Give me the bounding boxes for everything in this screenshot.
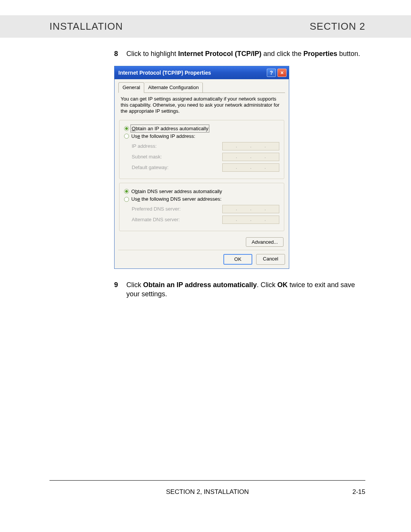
step-number: 8: [114, 49, 121, 58]
step-text: Click to highlight Internet Protocol (TC…: [126, 49, 365, 58]
tab-alternate-configuration[interactable]: Alternate Configuration: [144, 82, 203, 93]
radio-obtain-ip[interactable]: Obtain an IP address automatically: [124, 125, 279, 132]
text: the following IP address:: [140, 133, 195, 139]
header-right: SECTION 2: [310, 21, 365, 32]
alt-dns-row: Alternate DNS server: ...: [132, 216, 279, 224]
titlebar-buttons: ? ×: [267, 69, 287, 77]
subnet-input[interactable]: ...: [222, 153, 279, 161]
window-title: Internet Protocol (TCP/IP) Properties: [118, 69, 211, 77]
radio-obtain-dns[interactable]: Obtain DNS server address automatically: [124, 188, 279, 195]
ip-address-row: IP address: ...: [132, 142, 279, 150]
titlebar[interactable]: Internet Protocol (TCP/IP) Properties ? …: [115, 66, 289, 79]
radio-use-dns[interactable]: Use the following DNS server addresses:: [124, 196, 279, 203]
page-content: 8 Click to highlight Internet Protocol (…: [0, 38, 411, 299]
step-8: 8 Click to highlight Internet Protocol (…: [114, 49, 365, 58]
footer-text: SECTION 2, INSTALLATION: [166, 488, 249, 495]
tabs: General Alternate Configuration: [118, 82, 285, 93]
page-header: INSTALLATION SECTION 2: [0, 15, 411, 38]
radio-use-ip[interactable]: Use the following IP address:: [124, 133, 279, 140]
dialog-footer: OK Cancel: [118, 250, 285, 265]
radio-icon: [124, 126, 129, 131]
advanced-button[interactable]: Advanced...: [246, 237, 284, 247]
text: btain an IP address automatically: [135, 126, 208, 131]
step-number: 9: [114, 280, 121, 299]
ok-button[interactable]: OK: [223, 254, 252, 265]
dialog-body: General Alternate Configuration You can …: [115, 79, 289, 268]
radio-label: Obtain an IP address automatically: [131, 125, 209, 132]
dns-fieldset: Obtain DNS server address automatically …: [119, 183, 284, 231]
header-left: INSTALLATION: [49, 21, 123, 32]
radio-icon: [124, 134, 129, 139]
text: O: [132, 126, 135, 131]
dialog-intro-text: You can get IP settings assigned automat…: [121, 96, 283, 115]
footer-rule: [49, 480, 365, 481]
text-bold: OK: [277, 281, 288, 289]
text-bold: Internet Protocol (TCP/IP): [178, 50, 261, 58]
text: Click to highlight: [126, 50, 178, 58]
radio-icon: [124, 189, 129, 194]
radio-label: Use the following DNS server addresses:: [131, 196, 221, 203]
gateway-input[interactable]: ...: [222, 163, 279, 172]
field-label: Default gateway:: [132, 164, 169, 171]
text-bold: Properties: [303, 50, 337, 58]
pref-dns-row: Preferred DNS server: ...: [132, 205, 279, 213]
field-label: Subnet mask:: [132, 153, 162, 160]
field-label: Preferred DNS server:: [132, 206, 181, 212]
step-text: Click Obtain an IP address automatically…: [126, 280, 365, 299]
text: Us: [131, 196, 137, 202]
field-label: IP address:: [132, 143, 157, 150]
gateway-row: Default gateway: ...: [132, 163, 279, 172]
help-button[interactable]: ?: [267, 69, 276, 77]
text: button.: [337, 50, 360, 58]
step-9: 9 Click Obtain an IP address automatical…: [114, 280, 365, 299]
field-label: Alternate DNS server:: [132, 216, 180, 223]
radio-icon: [124, 197, 129, 202]
ip-address-input[interactable]: ...: [222, 142, 279, 150]
close-button[interactable]: ×: [277, 69, 287, 77]
ip-fieldset: Obtain an IP address automatically Use t…: [119, 120, 284, 179]
text: tain DNS server address automatically: [138, 189, 222, 194]
subnet-row: Subnet mask: ...: [132, 153, 279, 161]
tab-general[interactable]: General: [118, 82, 144, 93]
radio-label: Obtain DNS server address automatically: [131, 188, 222, 195]
advanced-row: Advanced...: [118, 235, 285, 248]
page-number: 2-15: [352, 488, 365, 496]
page-footer: SECTION 2, INSTALLATION 2-15: [49, 488, 365, 496]
cancel-button[interactable]: Cancel: [256, 254, 285, 265]
text: Click: [126, 281, 143, 289]
text: the following DNS server addresses:: [140, 196, 221, 202]
tcpip-properties-dialog: Internet Protocol (TCP/IP) Properties ? …: [114, 66, 289, 269]
text: Us: [131, 133, 137, 139]
text: . Click: [257, 281, 277, 289]
alt-dns-input[interactable]: ...: [222, 216, 279, 224]
pref-dns-input[interactable]: ...: [222, 205, 279, 213]
text: O: [131, 189, 135, 194]
text: and click the: [261, 50, 303, 58]
radio-label: Use the following IP address:: [131, 133, 195, 140]
text-bold: Obtain an IP address automatically: [143, 281, 257, 289]
